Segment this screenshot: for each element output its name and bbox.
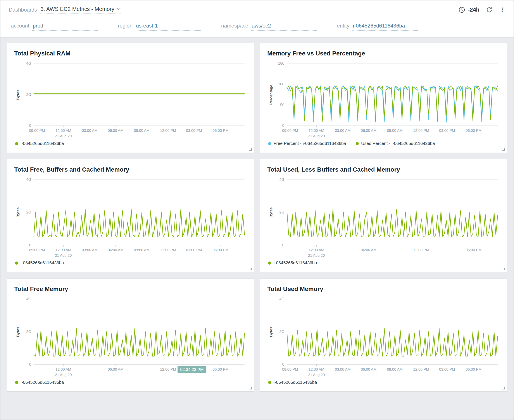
chart-title: Total Free Memory bbox=[14, 285, 247, 292]
series-line bbox=[34, 329, 245, 356]
y-axis: 02G4G bbox=[275, 180, 287, 245]
x-tick-mark bbox=[395, 126, 395, 127]
x-tick-mark bbox=[316, 245, 317, 247]
y-axis-label-wrap: Bytes bbox=[267, 299, 275, 365]
x-tick-mark bbox=[395, 364, 395, 366]
x-tick-date-label: 21 Aug 20 bbox=[308, 253, 325, 258]
breadcrumb: Dashboards bbox=[9, 7, 37, 13]
chart-canvas[interactable]: Bytes 02G4G 09:00 PM12:00 AM21 Aug 2003:… bbox=[14, 180, 247, 245]
x-tick-label: 12:00 AM21 Aug 20 bbox=[308, 128, 325, 139]
y-axis-label-wrap: Bytes bbox=[14, 64, 22, 126]
plot-area[interactable]: 12:00 AM21 Aug 2006:00 AM12:00 PM06:00 P… bbox=[34, 299, 245, 365]
x-tick-date-label: 21 Aug 20 bbox=[308, 372, 325, 378]
legend-series-name: Used Percent - i-0645265d6116436ba bbox=[361, 141, 435, 146]
legend-item[interactable]: i-0645265d6116436ba bbox=[15, 380, 64, 385]
x-tick-date-label: 21 Aug 20 bbox=[55, 134, 72, 139]
chart-canvas[interactable]: Bytes 02G4G 12:00 AM21 Aug 2006:00 AM12:… bbox=[14, 299, 247, 365]
panel-total-physical-ram: Total Physical RAM Bytes 02G4G 09:00 PM1… bbox=[7, 43, 254, 153]
legend-item[interactable]: i-0645265d6116436ba bbox=[15, 260, 64, 265]
legend-item[interactable]: i-0645265d6116436ba bbox=[268, 260, 317, 265]
clock-icon bbox=[458, 6, 465, 13]
resize-handle[interactable] bbox=[249, 148, 252, 151]
x-tick-label: 03:00 PM bbox=[186, 248, 202, 253]
crosshair-line bbox=[192, 299, 192, 364]
x-tick-label: 09:00 PM bbox=[282, 367, 298, 372]
series-svg bbox=[34, 299, 245, 364]
panel-total-free-memory: Total Free Memory Bytes 02G4G 12:00 AM21… bbox=[7, 278, 254, 392]
x-tick-label: 06:00 AM bbox=[361, 367, 377, 372]
x-tick-mark bbox=[447, 126, 447, 127]
series-svg bbox=[287, 299, 498, 364]
legend-dot bbox=[15, 262, 18, 265]
topbar-actions: -24h bbox=[458, 6, 505, 13]
chart-canvas[interactable]: Percentage 050100150 09:00 PM12:00 AM21 … bbox=[267, 64, 500, 126]
legend-item[interactable]: Free Percent - i-0645265d6116436ba bbox=[268, 141, 346, 146]
x-tick-mark bbox=[369, 126, 369, 127]
filter-value-entity[interactable]: i-0645265d6116436ba bbox=[352, 23, 418, 30]
x-tick-mark bbox=[369, 364, 369, 366]
chart-canvas[interactable]: Bytes 02G4G 09:00 PM12:00 AM21 Aug 2003:… bbox=[14, 64, 247, 126]
time-range-button[interactable]: -24h bbox=[458, 6, 479, 13]
chart-title: Total Used, Less Buffers and Cached Memo… bbox=[267, 166, 500, 173]
chart-canvas[interactable]: Bytes 02G4G 12:00 AM21 Aug 2006:00 AM12:… bbox=[267, 180, 500, 245]
legend-series-name: i-0645265d6116436ba bbox=[274, 260, 317, 265]
y-tick-label: 0 bbox=[29, 124, 31, 128]
x-tick-label: 09:00 PM bbox=[282, 128, 298, 134]
x-tick-label: 03:00 AM bbox=[82, 248, 98, 253]
y-axis-label: Bytes bbox=[269, 207, 273, 218]
y-axis-label-wrap: Bytes bbox=[14, 180, 22, 245]
filter-value-namespace[interactable]: aws/ec2 bbox=[251, 23, 317, 30]
x-tick-mark bbox=[115, 126, 116, 127]
y-axis-label: Bytes bbox=[269, 327, 273, 337]
chart-legend: i-0645265d6116436ba bbox=[14, 379, 247, 388]
x-tick-label: 12:00 PM bbox=[413, 128, 429, 134]
x-tick-mark bbox=[220, 364, 221, 366]
chart-title: Total Used Memory bbox=[267, 285, 500, 292]
x-tick-label: 09:00 PM bbox=[29, 248, 45, 253]
x-tick-mark bbox=[115, 364, 116, 366]
filter-value-account[interactable]: prod bbox=[32, 23, 98, 30]
x-tick-mark bbox=[168, 364, 168, 366]
legend-item[interactable]: i-0645265d6116436ba bbox=[15, 141, 64, 146]
x-tick-label: 12:00 PM bbox=[413, 248, 429, 253]
legend-dot bbox=[356, 142, 359, 145]
x-tick-mark bbox=[474, 126, 474, 127]
plot-area[interactable]: 09:00 PM12:00 AM21 Aug 2003:00 AM06:00 A… bbox=[34, 64, 245, 126]
x-tick-mark bbox=[290, 126, 290, 127]
dashboard-selector[interactable]: 3. AWS EC2 Metrics - Memory bbox=[40, 6, 121, 14]
x-tick-label: 12:00 AM21 Aug 20 bbox=[55, 248, 72, 258]
resize-handle[interactable] bbox=[502, 268, 505, 270]
legend-dot bbox=[15, 381, 18, 384]
x-tick-label: 06:00 AM bbox=[108, 128, 123, 134]
plot-area[interactable]: 09:00 PM12:00 AM21 Aug 2003:00 AM06:00 A… bbox=[287, 64, 498, 126]
resize-handle[interactable] bbox=[502, 148, 505, 151]
plot-area[interactable]: 09:00 PM12:00 AM21 Aug 2003:00 AM06:00 A… bbox=[34, 180, 245, 245]
x-tick-label: 03:00 AM bbox=[335, 367, 351, 372]
x-tick-date-label: 21 Aug 20 bbox=[308, 134, 325, 139]
filter-account: account prod bbox=[11, 23, 98, 30]
panel-total-used-less-buffers-cached: Total Used, Less Buffers and Cached Memo… bbox=[260, 159, 507, 272]
x-tick-mark bbox=[447, 364, 447, 366]
kebab-menu-icon[interactable] bbox=[499, 7, 505, 13]
resize-handle[interactable] bbox=[249, 268, 252, 270]
legend-item[interactable]: Used Percent - i-0645265d6116436ba bbox=[356, 141, 435, 146]
refresh-icon[interactable] bbox=[486, 7, 493, 13]
resize-handle[interactable] bbox=[502, 387, 505, 390]
chevron-down-icon bbox=[117, 8, 121, 10]
legend-dot bbox=[268, 262, 271, 265]
top-bar: Dashboards 3. AWS EC2 Metrics - Memory -… bbox=[0, 0, 514, 19]
filter-value-region[interactable]: us-east-1 bbox=[136, 23, 201, 30]
resize-handle[interactable] bbox=[249, 387, 252, 390]
y-axis-label: Bytes bbox=[16, 90, 20, 99]
series-line bbox=[287, 329, 498, 356]
x-tick-mark bbox=[63, 126, 64, 127]
plot-area[interactable]: 09:00 PM12:00 AM21 Aug 2003:00 AM06:00 A… bbox=[287, 299, 498, 365]
x-tick-mark bbox=[115, 245, 116, 247]
x-tick-label: 06:00 PM bbox=[466, 367, 482, 372]
y-tick-label: 2G bbox=[26, 330, 31, 334]
series-svg bbox=[287, 64, 498, 126]
legend-item[interactable]: i-0645265d6116436ba bbox=[268, 380, 317, 385]
plot-area[interactable]: 12:00 AM21 Aug 2006:00 AM12:00 PM06:00 P… bbox=[287, 180, 498, 245]
chart-canvas[interactable]: Bytes 02G4G 09:00 PM12:00 AM21 Aug 2003:… bbox=[267, 299, 500, 365]
panel-total-used-memory: Total Used Memory Bytes 02G4G 09:00 PM12… bbox=[260, 278, 507, 392]
